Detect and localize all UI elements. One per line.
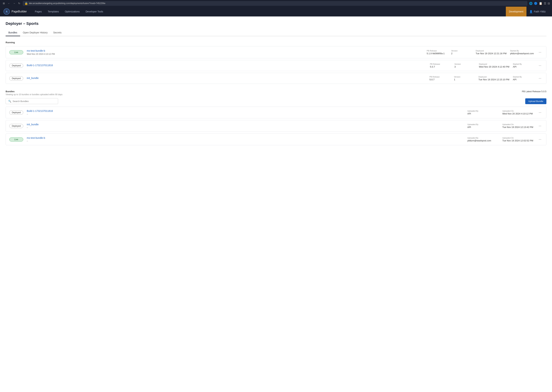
nav-developer-tools[interactable]: Developer Tools [83,9,106,14]
deployed-group-1: Deployed Wed Nov 20 2024 4:12:40 PM [479,63,509,68]
bundles-title: Bundles [6,90,62,93]
refresh-icon[interactable]: ↻ [17,2,21,5]
main-content: Deployer – Sports Bundles Open Deployer … [0,16,552,392]
user-menu[interactable]: 👤 Fatih Yildiz [526,9,549,15]
uploaded-on-label-2: Uploaded On [502,137,534,139]
bundle-list-name-0[interactable]: Build-1-1732137011816 [27,110,464,112]
bundles-title-area: Bundles Viewing up to 10 bundles or bund… [6,90,62,96]
uploaded-by-group-2: Uploaded By yildizm@washpost.com [467,137,499,142]
bundle-list-card-0: Deployed Build-1-1732137011816 – Uploade… [6,107,546,118]
sidebar-toggle-icon[interactable]: ⊞ [2,2,6,5]
nav-optimizations[interactable]: Optimizations [62,9,83,14]
deployed-value-1: Wed Nov 20 2024 4:12:40 PM [479,65,509,68]
tab-history[interactable]: Open Deployer History [20,29,51,36]
address-bar[interactable]: 🔒 dev.arcaudiencetargeting.arcpublishing… [23,1,527,6]
ext-icon-2[interactable]: 🔵 [534,2,538,5]
bundle-list-sub-2: – [27,140,464,142]
bundle-list-more-0[interactable]: ··· [537,110,543,115]
bundle-list-status-0: Deployed [9,110,23,115]
tab-secrets[interactable]: Secrets [50,29,64,36]
uploaded-by-label-1: Uploaded By [467,123,499,126]
uploaded-on-value-1: Tue Nov 19 2024 12:13:42 PM [502,126,534,128]
started-by-label-2: Started By [513,76,534,78]
user-name: Fatih Yildiz [534,10,546,13]
pb-release-group-0: PB Release 5.1.0-9d088f0fa-1 [427,50,448,55]
more-options-0[interactable]: ··· [537,50,543,55]
pb-latest-release: PB Latest Release 5.0.5 [522,90,546,93]
uploaded-by-group-1: Uploaded By API [467,123,499,128]
pb-release-label-0: PB Release [427,50,448,52]
uploaded-on-value-0: Wed Nov 20 2024 4:10:12 PM [502,112,534,115]
uploaded-on-group-2: Uploaded On Tue Nov 19 2024 12:02:52 PM [502,137,534,142]
bundle-list-sub-0: – [27,113,464,115]
bundle-name-1[interactable]: Build-1-1732137011816 [27,64,53,67]
bundle-name-2[interactable]: init_bundle [27,77,39,79]
tabs-bar: Bundles Open Deployer History Secrets [6,29,546,36]
browser-chrome: ⊞ ← → ↻ 🔒 dev.arcaudiencetargeting.arcpu… [0,0,552,7]
bundle-list-more-2[interactable]: ··· [537,137,543,142]
uploaded-by-label-0: Uploaded By [467,110,499,112]
ext-icon-5[interactable]: ⊟ [548,2,550,5]
bundle-list-card-2: Live mx-test-bundle-b – Uploaded By yild… [6,133,546,145]
running-card-0: Live mx-test-bundle-b Wed Nov 20 2024 4:… [6,46,546,58]
nav-templates[interactable]: Templates [45,9,62,14]
deployed-label-1: Deployed [479,63,509,65]
bundle-list-sub-1: – [27,126,464,129]
version-label-1: Version [454,63,475,65]
running-card-1: Deployed Build-1-1732137011816 PB Releas… [6,60,546,71]
uploaded-by-value-2: yildizm@washpost.com [467,139,499,142]
started-by-group-0: Started By yildizm@washpost.com [510,50,534,55]
uploaded-on-label-1: Uploaded On [502,123,534,126]
tab-bundles[interactable]: Bundles [6,29,20,36]
bundle-info-2: init_bundle [27,77,426,80]
version-label-2: Version [454,76,475,78]
development-button[interactable]: Development [506,7,527,16]
logo-area: A PageBuilder [3,8,27,15]
running-card-2: Deployed init_bundle PB Release 5.0.7 Ve… [6,73,546,84]
version-value-2: 1 [454,78,475,81]
logo-icon: A [3,8,10,15]
uploaded-on-group-0: Uploaded On Wed Nov 20 2024 4:10:12 PM [502,110,534,115]
search-row: 🔍 Upload Bundle [6,98,546,104]
nav-pages[interactable]: Pages [32,9,45,14]
app-title: PageBuilder [12,10,27,13]
search-input[interactable] [13,100,55,103]
uploaded-by-group-0: Uploaded By API [467,110,499,115]
main-nav: Pages Templates Optimizations Developer … [32,9,506,14]
user-avatar-icon: 👤 [529,10,533,13]
bundle-list-name-1[interactable]: init_bundle [27,123,464,126]
version-group-1: Version 3 [454,63,475,68]
ext-icon-1[interactable]: 🌐 [529,2,533,5]
version-value-0: 2 [451,52,472,55]
pb-release-label-1: PB Release [430,63,451,65]
uploaded-by-value-0: API [467,112,499,115]
forward-icon[interactable]: → [12,2,16,5]
started-by-value-0: yildizm@washpost.com [510,52,534,55]
bundle-list-name-2[interactable]: mx-test-bundle-b [27,137,464,139]
more-options-1[interactable]: ··· [537,63,543,68]
started-by-label-0: Started By [510,50,534,52]
more-options-2[interactable]: ··· [537,76,543,81]
uploaded-by-label-2: Uploaded By [467,137,499,139]
lock-icon: 🔒 [24,2,28,5]
uploaded-by-value-1: API [467,126,499,128]
ext-icon-4[interactable]: ☰ [544,2,546,5]
status-badge-0: Live [9,50,23,54]
pb-latest-label: PB Latest Release [522,90,541,93]
bundle-name-0[interactable]: mx-test-bundle-b [27,49,45,52]
started-by-group-1: Started By API [513,63,534,68]
search-input-wrapper[interactable]: 🔍 [6,98,58,104]
bundles-subtitle: Viewing up to 10 bundles or bundles uplo… [6,93,62,96]
bundle-info-1: Build-1-1732137011816 [27,64,426,67]
pb-release-label-2: PB Release [429,76,450,78]
back-icon[interactable]: ← [7,2,11,5]
upload-bundle-button[interactable]: Upload Bundle [525,98,546,104]
started-by-label-1: Started By [513,63,534,65]
deployed-label-2: Deployed [478,76,509,78]
ext-icon-3[interactable]: 📋 [539,2,542,5]
browser-controls: ⊞ ← → ↻ [2,2,21,5]
url-text: dev.arcaudiencetargeting.arcpublishing.c… [29,2,105,5]
bundle-list-more-1[interactable]: ··· [537,123,543,128]
uploaded-on-group-1: Uploaded On Tue Nov 19 2024 12:13:42 PM [502,123,534,128]
started-by-value-2: API [513,78,534,81]
